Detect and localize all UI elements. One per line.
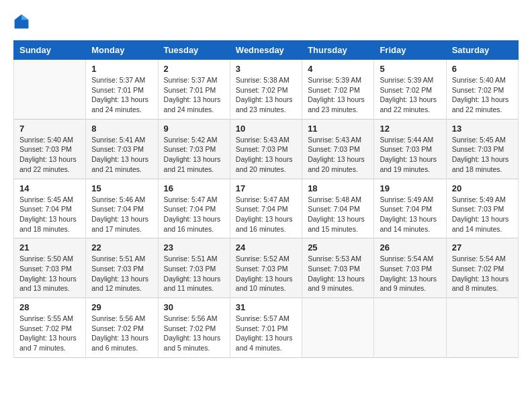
- calendar-cell: 2Sunrise: 5:37 AM Sunset: 7:01 PM Daylig…: [158, 60, 230, 120]
- day-number: 13: [452, 124, 513, 134]
- calendar-cell: [374, 298, 446, 358]
- calendar-cell: 12Sunrise: 5:44 AM Sunset: 7:03 PM Dayli…: [374, 119, 446, 179]
- day-number: 9: [164, 124, 224, 134]
- calendar-body: 1Sunrise: 5:37 AM Sunset: 7:01 PM Daylig…: [14, 60, 519, 358]
- day-info: Sunrise: 5:52 AM Sunset: 7:03 PM Dayligh…: [236, 254, 296, 293]
- day-info: Sunrise: 5:49 AM Sunset: 7:03 PM Dayligh…: [452, 195, 513, 234]
- day-number: 30: [164, 302, 224, 312]
- page-header: [13, 13, 519, 30]
- day-number: 14: [19, 183, 80, 193]
- calendar-cell: 9Sunrise: 5:42 AM Sunset: 7:03 PM Daylig…: [158, 119, 230, 179]
- calendar-week-1: 1Sunrise: 5:37 AM Sunset: 7:01 PM Daylig…: [14, 60, 519, 120]
- calendar-cell: [446, 298, 518, 358]
- calendar-cell: 20Sunrise: 5:49 AM Sunset: 7:03 PM Dayli…: [446, 179, 518, 238]
- day-info: Sunrise: 5:43 AM Sunset: 7:03 PM Dayligh…: [236, 135, 296, 175]
- day-info: Sunrise: 5:56 AM Sunset: 7:02 PM Dayligh…: [164, 314, 224, 353]
- logo-icon: [13, 13, 30, 30]
- day-info: Sunrise: 5:54 AM Sunset: 7:02 PM Dayligh…: [452, 254, 513, 293]
- day-number: 15: [91, 183, 152, 193]
- day-info: Sunrise: 5:57 AM Sunset: 7:01 PM Dayligh…: [236, 314, 296, 353]
- calendar-cell: 7Sunrise: 5:40 AM Sunset: 7:03 PM Daylig…: [14, 119, 86, 179]
- day-info: Sunrise: 5:51 AM Sunset: 7:03 PM Dayligh…: [91, 254, 152, 293]
- day-number: 3: [236, 64, 296, 74]
- calendar-cell: 8Sunrise: 5:41 AM Sunset: 7:03 PM Daylig…: [86, 119, 158, 179]
- header-cell-monday: Monday: [86, 41, 158, 60]
- calendar-cell: 16Sunrise: 5:47 AM Sunset: 7:04 PM Dayli…: [158, 179, 230, 238]
- header-row: SundayMondayTuesdayWednesdayThursdayFrid…: [14, 41, 519, 60]
- day-number: 26: [380, 242, 440, 253]
- day-number: 5: [380, 64, 440, 74]
- calendar-week-3: 14Sunrise: 5:45 AM Sunset: 7:04 PM Dayli…: [14, 179, 519, 238]
- day-number: 8: [91, 124, 152, 134]
- day-number: 2: [164, 64, 224, 74]
- day-info: Sunrise: 5:37 AM Sunset: 7:01 PM Dayligh…: [91, 75, 152, 115]
- day-number: 19: [380, 183, 440, 193]
- day-info: Sunrise: 5:43 AM Sunset: 7:03 PM Dayligh…: [308, 135, 368, 175]
- calendar-week-2: 7Sunrise: 5:40 AM Sunset: 7:03 PM Daylig…: [14, 119, 519, 179]
- calendar-cell: 24Sunrise: 5:52 AM Sunset: 7:03 PM Dayli…: [230, 238, 302, 298]
- day-number: 21: [19, 242, 80, 253]
- header-cell-friday: Friday: [374, 41, 446, 60]
- calendar-cell: 5Sunrise: 5:39 AM Sunset: 7:02 PM Daylig…: [374, 60, 446, 120]
- day-info: Sunrise: 5:51 AM Sunset: 7:03 PM Dayligh…: [164, 254, 224, 293]
- calendar-cell: 17Sunrise: 5:47 AM Sunset: 7:04 PM Dayli…: [230, 179, 302, 238]
- day-number: 7: [19, 124, 80, 134]
- day-number: 31: [236, 302, 296, 312]
- day-info: Sunrise: 5:47 AM Sunset: 7:04 PM Dayligh…: [164, 195, 224, 234]
- calendar-cell: 29Sunrise: 5:56 AM Sunset: 7:02 PM Dayli…: [86, 298, 158, 358]
- day-info: Sunrise: 5:39 AM Sunset: 7:02 PM Dayligh…: [308, 75, 368, 115]
- calendar-cell: 6Sunrise: 5:40 AM Sunset: 7:02 PM Daylig…: [446, 60, 518, 120]
- day-info: Sunrise: 5:45 AM Sunset: 7:03 PM Dayligh…: [452, 135, 513, 175]
- day-info: Sunrise: 5:53 AM Sunset: 7:03 PM Dayligh…: [308, 254, 368, 293]
- day-info: Sunrise: 5:39 AM Sunset: 7:02 PM Dayligh…: [380, 75, 440, 115]
- day-info: Sunrise: 5:45 AM Sunset: 7:04 PM Dayligh…: [19, 195, 80, 234]
- day-info: Sunrise: 5:44 AM Sunset: 7:03 PM Dayligh…: [380, 135, 440, 175]
- day-info: Sunrise: 5:55 AM Sunset: 7:02 PM Dayligh…: [19, 314, 80, 353]
- day-info: Sunrise: 5:42 AM Sunset: 7:03 PM Dayligh…: [164, 135, 224, 175]
- day-number: 23: [164, 242, 224, 253]
- day-number: 27: [452, 242, 513, 253]
- calendar-cell: 26Sunrise: 5:54 AM Sunset: 7:03 PM Dayli…: [374, 238, 446, 298]
- calendar-week-5: 28Sunrise: 5:55 AM Sunset: 7:02 PM Dayli…: [14, 298, 519, 358]
- day-info: Sunrise: 5:38 AM Sunset: 7:02 PM Dayligh…: [236, 75, 296, 115]
- day-number: 25: [308, 242, 368, 253]
- calendar-cell: [302, 298, 374, 358]
- calendar-cell: 11Sunrise: 5:43 AM Sunset: 7:03 PM Dayli…: [302, 119, 374, 179]
- day-number: 11: [308, 124, 368, 134]
- header-cell-saturday: Saturday: [446, 41, 518, 60]
- day-info: Sunrise: 5:41 AM Sunset: 7:03 PM Dayligh…: [91, 135, 152, 175]
- day-info: Sunrise: 5:46 AM Sunset: 7:04 PM Dayligh…: [91, 195, 152, 234]
- calendar-cell: 18Sunrise: 5:48 AM Sunset: 7:04 PM Dayli…: [302, 179, 374, 238]
- calendar-cell: 3Sunrise: 5:38 AM Sunset: 7:02 PM Daylig…: [230, 60, 302, 120]
- header-cell-sunday: Sunday: [14, 41, 86, 60]
- calendar-cell: 30Sunrise: 5:56 AM Sunset: 7:02 PM Dayli…: [158, 298, 230, 358]
- day-info: Sunrise: 5:54 AM Sunset: 7:03 PM Dayligh…: [380, 254, 440, 293]
- day-number: 6: [452, 64, 513, 74]
- day-info: Sunrise: 5:47 AM Sunset: 7:04 PM Dayligh…: [236, 195, 296, 234]
- day-number: 24: [236, 242, 296, 253]
- day-number: 28: [19, 302, 80, 312]
- day-info: Sunrise: 5:50 AM Sunset: 7:03 PM Dayligh…: [19, 254, 80, 293]
- calendar-week-4: 21Sunrise: 5:50 AM Sunset: 7:03 PM Dayli…: [14, 238, 519, 298]
- day-info: Sunrise: 5:48 AM Sunset: 7:04 PM Dayligh…: [308, 195, 368, 234]
- calendar-cell: 13Sunrise: 5:45 AM Sunset: 7:03 PM Dayli…: [446, 119, 518, 179]
- day-info: Sunrise: 5:56 AM Sunset: 7:02 PM Dayligh…: [91, 314, 152, 353]
- svg-marker-1: [21, 15, 28, 20]
- calendar-table: SundayMondayTuesdayWednesdayThursdayFrid…: [13, 40, 519, 358]
- day-info: Sunrise: 5:37 AM Sunset: 7:01 PM Dayligh…: [164, 75, 224, 115]
- day-number: 1: [91, 64, 152, 74]
- calendar-header: SundayMondayTuesdayWednesdayThursdayFrid…: [14, 41, 519, 60]
- day-number: 10: [236, 124, 296, 134]
- header-cell-tuesday: Tuesday: [158, 41, 230, 60]
- day-info: Sunrise: 5:49 AM Sunset: 7:04 PM Dayligh…: [380, 195, 440, 234]
- calendar-cell: 4Sunrise: 5:39 AM Sunset: 7:02 PM Daylig…: [302, 60, 374, 120]
- day-info: Sunrise: 5:40 AM Sunset: 7:02 PM Dayligh…: [452, 75, 513, 115]
- day-info: Sunrise: 5:40 AM Sunset: 7:03 PM Dayligh…: [19, 135, 80, 175]
- day-number: 22: [91, 242, 152, 253]
- calendar-cell: 28Sunrise: 5:55 AM Sunset: 7:02 PM Dayli…: [14, 298, 86, 358]
- calendar-cell: 14Sunrise: 5:45 AM Sunset: 7:04 PM Dayli…: [14, 179, 86, 238]
- day-number: 4: [308, 64, 368, 74]
- day-number: 29: [91, 302, 152, 312]
- calendar-cell: 21Sunrise: 5:50 AM Sunset: 7:03 PM Dayli…: [14, 238, 86, 298]
- calendar-cell: 23Sunrise: 5:51 AM Sunset: 7:03 PM Dayli…: [158, 238, 230, 298]
